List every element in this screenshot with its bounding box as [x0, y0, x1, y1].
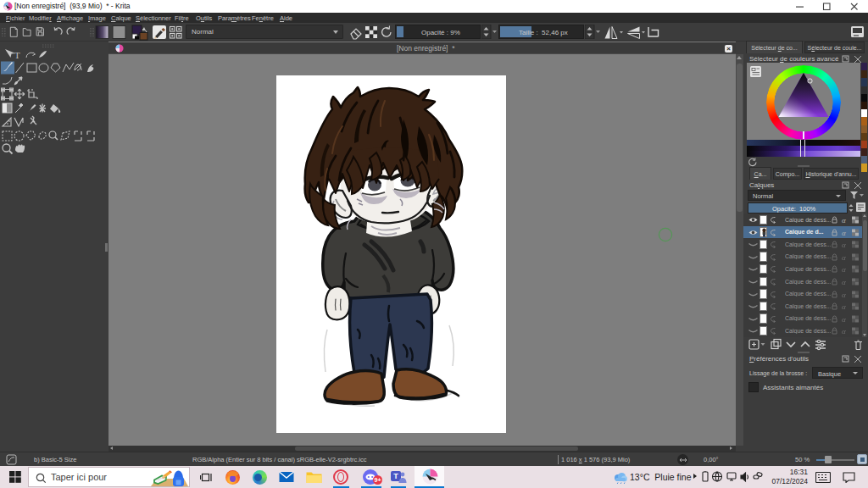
svg-text:α: α	[842, 265, 846, 273]
svg-text:α: α	[842, 327, 846, 335]
svg-text:α: α	[842, 302, 846, 310]
svg-text:T: T	[14, 50, 20, 60]
svg-text:α: α	[842, 229, 846, 236]
svg-text:α: α	[842, 278, 846, 286]
svg-text:α: α	[842, 253, 846, 261]
svg-text:α: α	[842, 315, 846, 323]
svg-text:α: α	[842, 216, 846, 224]
svg-text:α: α	[842, 291, 846, 298]
svg-text:α: α	[842, 241, 846, 248]
